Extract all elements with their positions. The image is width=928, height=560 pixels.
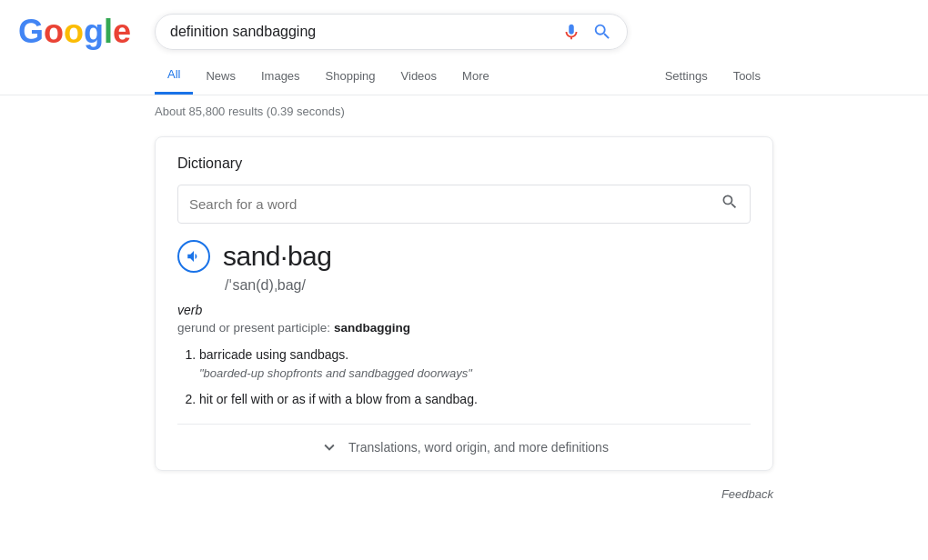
tab-videos[interactable]: Videos [388, 58, 450, 94]
tab-tools[interactable]: Tools [721, 58, 773, 94]
more-defs-label: Translations, word origin, and more defi… [348, 440, 609, 455]
logo-letter-l: l [104, 13, 113, 51]
tab-images[interactable]: Images [248, 58, 313, 94]
definition-1: barricade using sandbags. "boarded-up sh… [199, 345, 751, 383]
gerund-word: sandbagging [334, 321, 410, 335]
search-button-icon[interactable] [592, 22, 612, 42]
word-row: sand·bag [177, 240, 751, 273]
results-summary: About 85,800 results (0.39 seconds) [0, 95, 928, 127]
word-text: sand·bag [223, 241, 331, 272]
tab-shopping[interactable]: Shopping [313, 58, 388, 94]
dictionary-title: Dictionary [177, 155, 751, 172]
search-input[interactable] [170, 24, 561, 40]
tab-more[interactable]: More [449, 58, 502, 94]
chevron-down-icon [319, 437, 339, 457]
feedback-label[interactable]: Feedback [721, 487, 773, 501]
definition-2-text: hit or fell with or as if with a blow fr… [199, 392, 478, 406]
dictionary-search-input[interactable] [189, 196, 721, 212]
dictionary-card: Dictionary sand·bag /ˈsan(d)ˌbag/ verb g… [155, 136, 773, 471]
microphone-icon[interactable] [561, 22, 581, 42]
nav-right: Settings Tools [652, 58, 773, 94]
definition-2: hit or fell with or as if with a blow fr… [199, 390, 751, 409]
word-type: verb [177, 303, 751, 317]
logo-letter-o1: o [44, 13, 64, 51]
tab-settings[interactable]: Settings [652, 58, 721, 94]
audio-button[interactable] [177, 240, 210, 273]
dictionary-search-bar[interactable] [177, 185, 751, 224]
audio-icon [186, 248, 202, 265]
gerund-line: gerund or present participle: sandbaggin… [177, 321, 751, 335]
definitions-list: barricade using sandbags. "boarded-up sh… [181, 345, 751, 409]
logo-letter-g2: g [84, 13, 104, 51]
logo-letter-g: G [18, 13, 44, 51]
definition-1-text: barricade using sandbags. [199, 347, 348, 362]
nav-tabs: All News Images Shopping Videos More Set… [0, 56, 928, 95]
main-content: Dictionary sand·bag /ˈsan(d)ˌbag/ verb g… [0, 127, 928, 480]
logo-letter-o2: o [64, 13, 84, 51]
google-logo[interactable]: Google [18, 13, 131, 51]
dictionary-search-icon[interactable] [721, 193, 739, 215]
more-definitions-button[interactable]: Translations, word origin, and more defi… [177, 424, 751, 470]
search-icons [561, 22, 612, 42]
definition-1-quote: "boarded-up shopfronts and sandbagged do… [199, 365, 751, 383]
tab-all[interactable]: All [155, 56, 193, 95]
search-bar [155, 14, 628, 50]
tab-news[interactable]: News [193, 58, 248, 94]
phonetic: /ˈsan(d)ˌbag/ [225, 276, 751, 294]
feedback-bar: Feedback [0, 480, 928, 508]
logo-letter-e: e [113, 13, 131, 51]
header: Google [0, 0, 928, 51]
